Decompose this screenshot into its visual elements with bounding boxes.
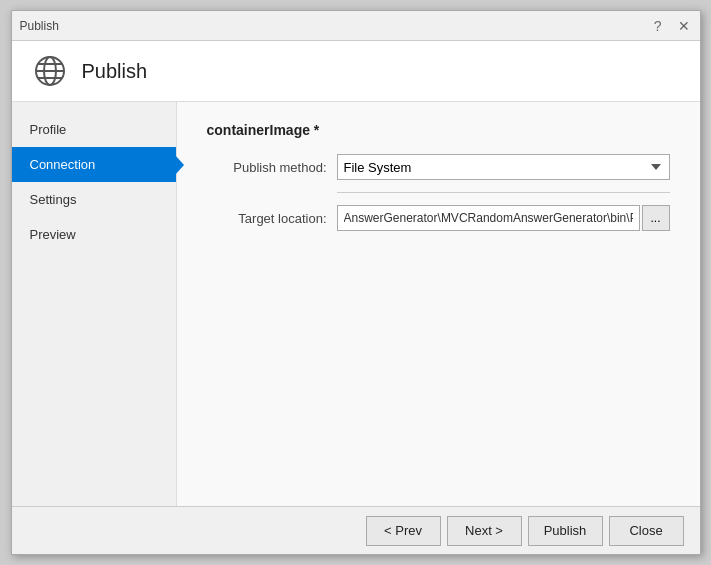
close-window-button[interactable]: ✕ <box>676 19 692 33</box>
section-title: containerImage * <box>207 122 670 138</box>
main-content: containerImage * Publish method: File Sy… <box>177 102 700 506</box>
browse-button[interactable]: ... <box>642 205 670 231</box>
dialog-title: Publish <box>82 60 148 83</box>
target-location-label: Target location: <box>207 211 337 226</box>
publish-method-label: Publish method: <box>207 160 337 175</box>
sidebar-item-connection[interactable]: Connection <box>12 147 176 182</box>
close-button[interactable]: Close <box>609 516 684 546</box>
publish-method-select[interactable]: File System FTP Web Deploy <box>337 154 670 180</box>
publish-button[interactable]: Publish <box>528 516 603 546</box>
title-bar-controls: ? ✕ <box>652 19 692 33</box>
title-bar: Publish ? ✕ <box>12 11 700 41</box>
sidebar: Profile Connection Settings Preview <box>12 102 177 506</box>
dialog-footer: < Prev Next > Publish Close <box>12 506 700 554</box>
prev-button[interactable]: < Prev <box>366 516 441 546</box>
target-location-input[interactable] <box>337 205 640 231</box>
target-location-row: Target location: ... <box>207 205 670 231</box>
window-title: Publish <box>20 19 59 33</box>
help-button[interactable]: ? <box>652 19 664 33</box>
divider <box>337 192 670 193</box>
dialog-body: Profile Connection Settings Preview cont… <box>12 102 700 506</box>
globe-icon <box>32 53 68 89</box>
publish-method-row: Publish method: File System FTP Web Depl… <box>207 154 670 180</box>
sidebar-item-settings[interactable]: Settings <box>12 182 176 217</box>
publish-dialog: Publish ? ✕ Publish Profile Connection S <box>11 10 701 555</box>
sidebar-item-profile[interactable]: Profile <box>12 112 176 147</box>
next-button[interactable]: Next > <box>447 516 522 546</box>
dialog-header: Publish <box>12 41 700 102</box>
sidebar-item-preview[interactable]: Preview <box>12 217 176 252</box>
